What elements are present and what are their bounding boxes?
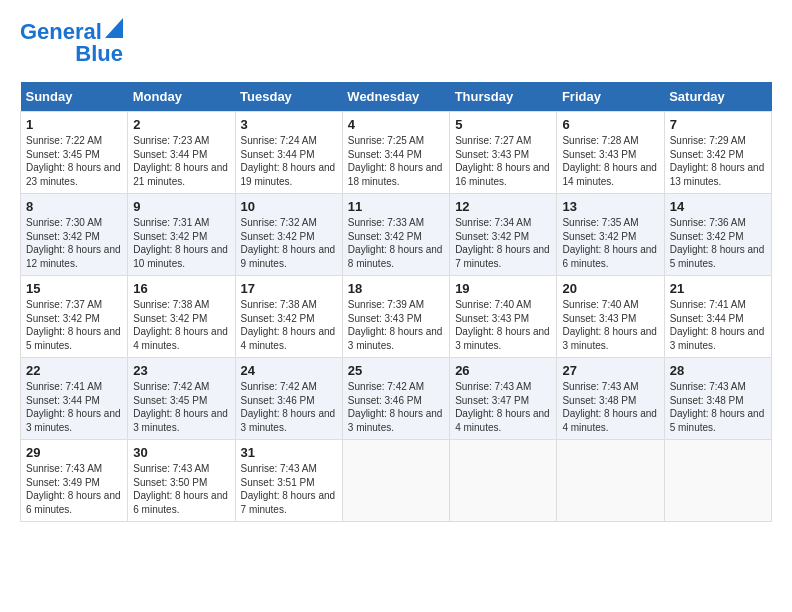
day-cell: 4 Sunrise: 7:25 AMSunset: 3:44 PMDayligh… bbox=[342, 112, 449, 194]
day-info: Sunrise: 7:37 AMSunset: 3:42 PMDaylight:… bbox=[26, 299, 121, 351]
day-info: Sunrise: 7:24 AMSunset: 3:44 PMDaylight:… bbox=[241, 135, 336, 187]
day-number: 3 bbox=[241, 117, 337, 132]
day-cell: 6 Sunrise: 7:28 AMSunset: 3:43 PMDayligh… bbox=[557, 112, 664, 194]
day-number: 14 bbox=[670, 199, 766, 214]
day-number: 24 bbox=[241, 363, 337, 378]
day-cell bbox=[664, 440, 771, 522]
header-cell-thursday: Thursday bbox=[450, 82, 557, 112]
header-cell-friday: Friday bbox=[557, 82, 664, 112]
day-cell: 13 Sunrise: 7:35 AMSunset: 3:42 PMDaylig… bbox=[557, 194, 664, 276]
day-info: Sunrise: 7:36 AMSunset: 3:42 PMDaylight:… bbox=[670, 217, 765, 269]
day-info: Sunrise: 7:40 AMSunset: 3:43 PMDaylight:… bbox=[562, 299, 657, 351]
day-info: Sunrise: 7:43 AMSunset: 3:49 PMDaylight:… bbox=[26, 463, 121, 515]
day-cell: 1 Sunrise: 7:22 AMSunset: 3:45 PMDayligh… bbox=[21, 112, 128, 194]
day-cell: 27 Sunrise: 7:43 AMSunset: 3:48 PMDaylig… bbox=[557, 358, 664, 440]
day-number: 17 bbox=[241, 281, 337, 296]
day-cell: 5 Sunrise: 7:27 AMSunset: 3:43 PMDayligh… bbox=[450, 112, 557, 194]
day-info: Sunrise: 7:38 AMSunset: 3:42 PMDaylight:… bbox=[241, 299, 336, 351]
svg-marker-0 bbox=[105, 18, 123, 38]
day-cell: 30 Sunrise: 7:43 AMSunset: 3:50 PMDaylig… bbox=[128, 440, 235, 522]
day-number: 27 bbox=[562, 363, 658, 378]
day-cell: 12 Sunrise: 7:34 AMSunset: 3:42 PMDaylig… bbox=[450, 194, 557, 276]
week-row-4: 22 Sunrise: 7:41 AMSunset: 3:44 PMDaylig… bbox=[21, 358, 772, 440]
day-cell: 11 Sunrise: 7:33 AMSunset: 3:42 PMDaylig… bbox=[342, 194, 449, 276]
day-number: 18 bbox=[348, 281, 444, 296]
day-cell: 21 Sunrise: 7:41 AMSunset: 3:44 PMDaylig… bbox=[664, 276, 771, 358]
day-cell: 10 Sunrise: 7:32 AMSunset: 3:42 PMDaylig… bbox=[235, 194, 342, 276]
day-info: Sunrise: 7:40 AMSunset: 3:43 PMDaylight:… bbox=[455, 299, 550, 351]
day-cell: 17 Sunrise: 7:38 AMSunset: 3:42 PMDaylig… bbox=[235, 276, 342, 358]
day-number: 2 bbox=[133, 117, 229, 132]
day-number: 20 bbox=[562, 281, 658, 296]
header-row: SundayMondayTuesdayWednesdayThursdayFrid… bbox=[21, 82, 772, 112]
day-cell bbox=[342, 440, 449, 522]
day-number: 11 bbox=[348, 199, 444, 214]
day-info: Sunrise: 7:43 AMSunset: 3:48 PMDaylight:… bbox=[670, 381, 765, 433]
day-number: 13 bbox=[562, 199, 658, 214]
day-number: 31 bbox=[241, 445, 337, 460]
day-cell: 9 Sunrise: 7:31 AMSunset: 3:42 PMDayligh… bbox=[128, 194, 235, 276]
day-info: Sunrise: 7:33 AMSunset: 3:42 PMDaylight:… bbox=[348, 217, 443, 269]
day-info: Sunrise: 7:42 AMSunset: 3:46 PMDaylight:… bbox=[348, 381, 443, 433]
day-info: Sunrise: 7:41 AMSunset: 3:44 PMDaylight:… bbox=[670, 299, 765, 351]
day-info: Sunrise: 7:38 AMSunset: 3:42 PMDaylight:… bbox=[133, 299, 228, 351]
day-cell: 16 Sunrise: 7:38 AMSunset: 3:42 PMDaylig… bbox=[128, 276, 235, 358]
day-number: 10 bbox=[241, 199, 337, 214]
day-cell: 26 Sunrise: 7:43 AMSunset: 3:47 PMDaylig… bbox=[450, 358, 557, 440]
day-number: 6 bbox=[562, 117, 658, 132]
day-info: Sunrise: 7:35 AMSunset: 3:42 PMDaylight:… bbox=[562, 217, 657, 269]
day-info: Sunrise: 7:31 AMSunset: 3:42 PMDaylight:… bbox=[133, 217, 228, 269]
day-cell: 28 Sunrise: 7:43 AMSunset: 3:48 PMDaylig… bbox=[664, 358, 771, 440]
day-info: Sunrise: 7:34 AMSunset: 3:42 PMDaylight:… bbox=[455, 217, 550, 269]
week-row-1: 1 Sunrise: 7:22 AMSunset: 3:45 PMDayligh… bbox=[21, 112, 772, 194]
day-number: 5 bbox=[455, 117, 551, 132]
day-number: 22 bbox=[26, 363, 122, 378]
day-cell bbox=[450, 440, 557, 522]
day-info: Sunrise: 7:28 AMSunset: 3:43 PMDaylight:… bbox=[562, 135, 657, 187]
header-cell-saturday: Saturday bbox=[664, 82, 771, 112]
day-number: 25 bbox=[348, 363, 444, 378]
day-number: 9 bbox=[133, 199, 229, 214]
day-number: 30 bbox=[133, 445, 229, 460]
calendar-table: SundayMondayTuesdayWednesdayThursdayFrid… bbox=[20, 82, 772, 522]
day-cell: 7 Sunrise: 7:29 AMSunset: 3:42 PMDayligh… bbox=[664, 112, 771, 194]
day-number: 19 bbox=[455, 281, 551, 296]
day-info: Sunrise: 7:25 AMSunset: 3:44 PMDaylight:… bbox=[348, 135, 443, 187]
day-number: 15 bbox=[26, 281, 122, 296]
day-number: 26 bbox=[455, 363, 551, 378]
day-info: Sunrise: 7:43 AMSunset: 3:51 PMDaylight:… bbox=[241, 463, 336, 515]
week-row-2: 8 Sunrise: 7:30 AMSunset: 3:42 PMDayligh… bbox=[21, 194, 772, 276]
day-info: Sunrise: 7:39 AMSunset: 3:43 PMDaylight:… bbox=[348, 299, 443, 351]
header-cell-wednesday: Wednesday bbox=[342, 82, 449, 112]
page-header: General Blue bbox=[20, 20, 772, 66]
week-row-3: 15 Sunrise: 7:37 AMSunset: 3:42 PMDaylig… bbox=[21, 276, 772, 358]
day-number: 8 bbox=[26, 199, 122, 214]
day-info: Sunrise: 7:42 AMSunset: 3:45 PMDaylight:… bbox=[133, 381, 228, 433]
header-cell-sunday: Sunday bbox=[21, 82, 128, 112]
day-cell: 15 Sunrise: 7:37 AMSunset: 3:42 PMDaylig… bbox=[21, 276, 128, 358]
day-cell: 8 Sunrise: 7:30 AMSunset: 3:42 PMDayligh… bbox=[21, 194, 128, 276]
day-info: Sunrise: 7:43 AMSunset: 3:47 PMDaylight:… bbox=[455, 381, 550, 433]
day-cell: 20 Sunrise: 7:40 AMSunset: 3:43 PMDaylig… bbox=[557, 276, 664, 358]
day-cell: 2 Sunrise: 7:23 AMSunset: 3:44 PMDayligh… bbox=[128, 112, 235, 194]
day-info: Sunrise: 7:22 AMSunset: 3:45 PMDaylight:… bbox=[26, 135, 121, 187]
day-number: 16 bbox=[133, 281, 229, 296]
day-cell: 31 Sunrise: 7:43 AMSunset: 3:51 PMDaylig… bbox=[235, 440, 342, 522]
header-cell-tuesday: Tuesday bbox=[235, 82, 342, 112]
day-info: Sunrise: 7:41 AMSunset: 3:44 PMDaylight:… bbox=[26, 381, 121, 433]
day-number: 21 bbox=[670, 281, 766, 296]
day-cell: 24 Sunrise: 7:42 AMSunset: 3:46 PMDaylig… bbox=[235, 358, 342, 440]
day-number: 29 bbox=[26, 445, 122, 460]
logo-text-line2: Blue bbox=[75, 42, 123, 66]
logo-icon bbox=[105, 18, 123, 38]
day-number: 28 bbox=[670, 363, 766, 378]
day-cell: 14 Sunrise: 7:36 AMSunset: 3:42 PMDaylig… bbox=[664, 194, 771, 276]
day-cell: 25 Sunrise: 7:42 AMSunset: 3:46 PMDaylig… bbox=[342, 358, 449, 440]
day-cell: 3 Sunrise: 7:24 AMSunset: 3:44 PMDayligh… bbox=[235, 112, 342, 194]
day-number: 12 bbox=[455, 199, 551, 214]
day-info: Sunrise: 7:43 AMSunset: 3:50 PMDaylight:… bbox=[133, 463, 228, 515]
day-number: 4 bbox=[348, 117, 444, 132]
day-number: 23 bbox=[133, 363, 229, 378]
day-number: 7 bbox=[670, 117, 766, 132]
day-number: 1 bbox=[26, 117, 122, 132]
